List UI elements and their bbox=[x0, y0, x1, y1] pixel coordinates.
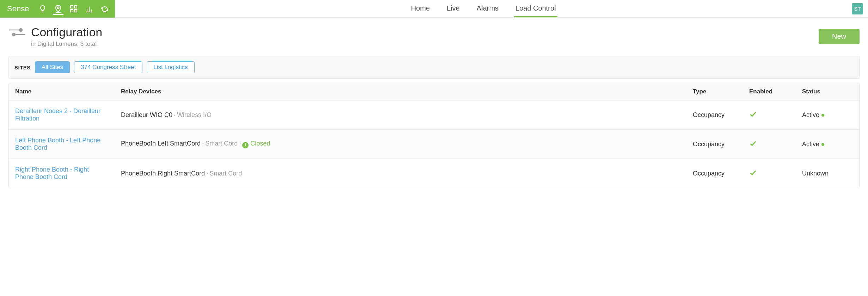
cell-name: Right Phone Booth - Right Phone Booth Co… bbox=[9, 159, 115, 188]
svg-rect-3 bbox=[74, 6, 77, 8]
status-dot-icon bbox=[821, 114, 824, 117]
cell-type: Occupancy bbox=[686, 104, 743, 126]
check-icon bbox=[749, 112, 757, 119]
filter-374-congress[interactable]: 374 Congress Street bbox=[74, 61, 142, 73]
svg-point-0 bbox=[57, 7, 59, 9]
col-enabled: Enabled bbox=[743, 83, 796, 100]
status-text: Active bbox=[802, 141, 819, 148]
svg-rect-5 bbox=[74, 10, 77, 12]
svg-point-12 bbox=[19, 29, 22, 31]
brand-name[interactable]: Sense bbox=[7, 4, 29, 13]
table-header: Name Relay Devices Type Enabled Status bbox=[9, 83, 859, 100]
separator: · bbox=[205, 170, 209, 177]
toggle-switch-icon bbox=[8, 27, 26, 39]
col-name: Name bbox=[9, 83, 115, 100]
cell-relay: PhoneBooth Right SmartCord·Smart Cord bbox=[115, 163, 686, 184]
relay-secondary: Smart Cord bbox=[205, 140, 238, 147]
cell-enabled bbox=[743, 132, 796, 156]
relay-state: Closed bbox=[250, 140, 270, 147]
tab-load-control[interactable]: Load Control bbox=[514, 0, 557, 17]
tab-home[interactable]: Home bbox=[410, 0, 431, 17]
col-status: Status bbox=[796, 83, 859, 100]
check-icon bbox=[749, 171, 757, 178]
config-link[interactable]: Derailleur Nodes 2 - Derailleur Filtrati… bbox=[15, 107, 100, 122]
config-link[interactable]: Right Phone Booth - Right Phone Booth Co… bbox=[15, 166, 89, 180]
brand-strip: Sense bbox=[0, 0, 115, 18]
user-avatar[interactable]: ST bbox=[852, 3, 863, 14]
col-type: Type bbox=[686, 83, 743, 100]
cell-name: Left Phone Booth - Left Phone Booth Cord bbox=[9, 130, 115, 159]
cell-enabled bbox=[743, 103, 796, 127]
table-row: Derailleur Nodes 2 - Derailleur Filtrati… bbox=[9, 100, 859, 130]
bar-chart-icon[interactable] bbox=[84, 4, 94, 14]
relay-secondary: Wireless I/O bbox=[177, 111, 212, 118]
svg-point-10 bbox=[106, 8, 106, 8]
lightbulb-icon[interactable] bbox=[37, 4, 48, 14]
page-title: Configuration bbox=[31, 25, 102, 39]
sites-filter: SITES All Sites 374 Congress Street List… bbox=[8, 56, 860, 79]
cell-type: Occupancy bbox=[686, 163, 743, 184]
piggy-bank-icon[interactable] bbox=[99, 4, 110, 14]
cell-type: Occupancy bbox=[686, 134, 743, 155]
top-bar: Sense Home Live Alarms Load Control ST bbox=[0, 0, 868, 18]
relay-primary: PhoneBooth Left SmartCord bbox=[121, 140, 201, 147]
separator: · bbox=[238, 140, 242, 147]
table-row: Right Phone Booth - Right Phone Booth Co… bbox=[9, 159, 859, 188]
table-row: Left Phone Booth - Left Phone Booth Cord… bbox=[9, 130, 859, 159]
configurations-table: Name Relay Devices Type Enabled Status D… bbox=[8, 83, 860, 188]
cell-status: Unknown bbox=[796, 163, 859, 184]
config-link[interactable]: Left Phone Booth - Left Phone Booth Cord bbox=[15, 137, 100, 151]
cell-status: Active bbox=[796, 104, 859, 126]
tab-live[interactable]: Live bbox=[445, 0, 461, 17]
status-text: Active bbox=[802, 111, 819, 118]
page-subtitle: in Digital Lumens, 3 total bbox=[31, 41, 102, 48]
dashboard-grid-icon[interactable] bbox=[68, 4, 79, 14]
page-head-left: Configuration in Digital Lumens, 3 total bbox=[8, 25, 102, 48]
sites-filter-label: SITES bbox=[14, 64, 31, 70]
relay-primary: Derailleur WIO C0 bbox=[121, 111, 172, 118]
filter-list-logistics[interactable]: List Logistics bbox=[147, 61, 194, 73]
svg-point-14 bbox=[12, 33, 15, 36]
relay-primary: PhoneBooth Right SmartCord bbox=[121, 170, 205, 177]
separator: · bbox=[172, 111, 177, 118]
cell-name: Derailleur Nodes 2 - Derailleur Filtrati… bbox=[9, 100, 115, 129]
main-tabs: Home Live Alarms Load Control bbox=[115, 0, 852, 17]
user-menu: ST bbox=[852, 0, 868, 17]
info-icon[interactable]: i bbox=[242, 142, 249, 148]
relay-secondary: Smart Cord bbox=[209, 170, 242, 177]
cell-enabled bbox=[743, 162, 796, 185]
tab-alarms[interactable]: Alarms bbox=[475, 0, 500, 17]
check-icon bbox=[749, 142, 757, 149]
status-dot-icon bbox=[821, 143, 824, 146]
filter-all-sites[interactable]: All Sites bbox=[35, 61, 70, 73]
map-pin-icon[interactable] bbox=[53, 4, 63, 15]
status-text: Unknown bbox=[802, 170, 829, 177]
svg-rect-2 bbox=[71, 6, 73, 8]
cell-relay: PhoneBooth Left SmartCord·Smart Cord·i C… bbox=[115, 133, 686, 155]
separator: · bbox=[201, 140, 205, 147]
cell-status: Active bbox=[796, 134, 859, 155]
col-relay-devices: Relay Devices bbox=[115, 83, 686, 100]
svg-rect-4 bbox=[71, 10, 73, 12]
page-head: Configuration in Digital Lumens, 3 total… bbox=[0, 18, 868, 52]
cell-relay: Derailleur WIO C0·Wireless I/O bbox=[115, 104, 686, 126]
new-button[interactable]: New bbox=[819, 29, 860, 44]
